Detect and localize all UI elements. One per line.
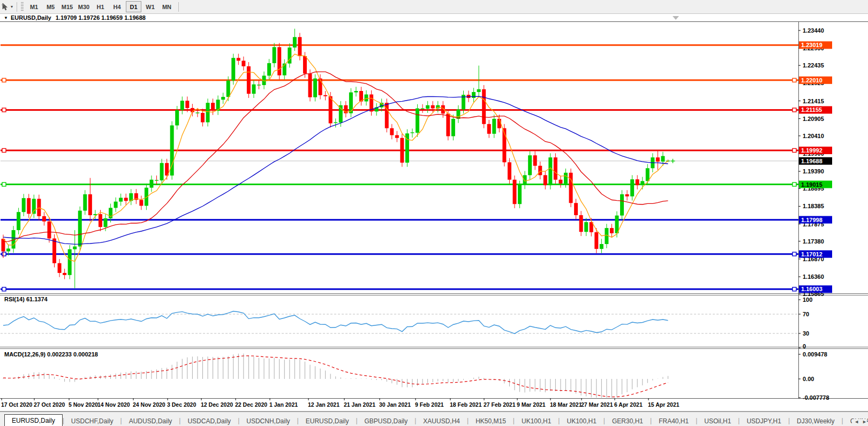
level-drag-handle[interactable] bbox=[2, 108, 6, 112]
chart-tab-uk100-h1[interactable]: UK100,H1 bbox=[515, 415, 558, 426]
price-level-badge-label: 1.23019 bbox=[801, 42, 822, 48]
level-drag-handle[interactable] bbox=[792, 287, 796, 291]
date-tick-label: 24 Nov 2020 bbox=[133, 401, 165, 408]
chart-tab-dj30-weekly[interactable]: DJ30,Weekly bbox=[790, 415, 841, 426]
price-tick-label: 1.20410 bbox=[803, 133, 824, 139]
price-level-badge-label: 1.19992 bbox=[801, 147, 822, 154]
date-tick-label: 18 Mar 2021 bbox=[550, 401, 582, 408]
date-tick-label: 12 Dec 2020 bbox=[201, 401, 233, 408]
level-drag-handle[interactable] bbox=[792, 108, 796, 112]
date-tick-label: 22 Dec 2020 bbox=[235, 401, 267, 408]
chart-tabs-bar: EURUSD,Daily|USDCHF,Daily|AUDUSD,Daily|U… bbox=[0, 412, 868, 426]
price-level-badge-label: 1.19015 bbox=[801, 181, 822, 188]
chart-tab-xauusd-h4[interactable]: XAUUSD,H4 bbox=[416, 415, 467, 426]
price-tick-label: 1.18385 bbox=[803, 203, 824, 209]
level-drag-handle[interactable] bbox=[2, 182, 6, 186]
chart-tab-fra40-h1[interactable]: FRA40,H1 bbox=[652, 415, 696, 426]
chart-tab-eurusd-daily[interactable]: EURUSD,Daily bbox=[4, 414, 63, 426]
date-tick-label: 30 Jan 2021 bbox=[379, 401, 411, 408]
level-drag-handle[interactable] bbox=[2, 252, 6, 256]
level-drag-handle[interactable] bbox=[792, 182, 796, 186]
price-tick-label: 1.17380 bbox=[803, 238, 824, 245]
chart-tab-gbpusd-daily[interactable]: GBPUSD,Daily bbox=[358, 415, 415, 426]
date-tick-label: 9 Mar 2021 bbox=[517, 401, 546, 408]
ma-line-sma20 bbox=[3, 72, 668, 241]
chart-tab-eurusd-daily[interactable]: EURUSD,Daily bbox=[299, 415, 356, 426]
ma-line-sma5 bbox=[3, 54, 668, 261]
date-tick-label: 27 Oct 2020 bbox=[34, 401, 65, 408]
price-tick-label: 1.22435 bbox=[803, 62, 824, 69]
date-tick-label: 27 Feb 2021 bbox=[484, 401, 516, 408]
price-level-badge-label: 1.22010 bbox=[801, 77, 822, 83]
macd-axis-label: -0.007778 bbox=[803, 394, 829, 401]
date-tick-label: 9 Feb 2021 bbox=[415, 401, 444, 408]
date-tick-label: 27 Mar 2021 bbox=[581, 401, 613, 408]
date-tick-label: 12 Jan 2021 bbox=[308, 401, 339, 408]
chart-tab-ger30-h1[interactable]: GER30,H1 bbox=[605, 415, 650, 426]
mt4-terminal: ▾ M1M5M15M30H1H4D1W1MN ▼ EURUSD,Daily 1.… bbox=[0, 0, 868, 426]
date-tick-label: 17 Oct 2020 bbox=[1, 401, 33, 408]
price-tick-label: 1.16360 bbox=[803, 273, 824, 280]
price-tick-label: 1.21415 bbox=[803, 98, 824, 104]
date-tick-label: 21 Jan 2021 bbox=[344, 401, 375, 408]
chart-tab-usdchf-daily[interactable]: USDCHF,Daily bbox=[64, 415, 120, 426]
date-tick-label: 3 Dec 2020 bbox=[167, 401, 196, 408]
date-tick-label: 14 Nov 2020 bbox=[97, 401, 130, 408]
chart-tab-hk50-m15[interactable]: HK50,M15 bbox=[469, 415, 513, 426]
level-drag-handle[interactable] bbox=[792, 252, 796, 256]
rsi-axis-label: 30 bbox=[803, 330, 809, 337]
price-level-badge-label: 1.16003 bbox=[801, 286, 822, 292]
level-drag-handle[interactable] bbox=[792, 78, 796, 82]
tab-scroll-controls: ◄ ► bbox=[852, 419, 867, 424]
bid-price-badge-label: 1.19688 bbox=[801, 158, 822, 164]
moving-averages bbox=[3, 54, 668, 261]
chart-tabs-list: EURUSD,Daily|USDCHF,Daily|AUDUSD,Daily|U… bbox=[0, 414, 868, 426]
date-tick-label: 15 Apr 2021 bbox=[648, 401, 680, 408]
tab-scroll-left-icon[interactable]: ◄ bbox=[854, 419, 859, 424]
rsi-axis-label: 0 bbox=[803, 343, 806, 349]
date-tick-label: 6 Apr 2021 bbox=[614, 401, 643, 408]
macd-signal-line bbox=[3, 356, 668, 397]
price-level-badge-label: 1.17998 bbox=[801, 217, 822, 223]
level-drag-handle[interactable] bbox=[2, 149, 6, 153]
price-level-badge-label: 1.17012 bbox=[801, 251, 822, 257]
level-drag-handle[interactable] bbox=[792, 149, 796, 153]
chart-tab-usoil-h1[interactable]: USOil,H1 bbox=[697, 415, 738, 426]
macd-axis-label: 0.009478 bbox=[803, 351, 827, 357]
date-axis: 17 Oct 202027 Oct 20205 Nov 202014 Nov 2… bbox=[1, 398, 680, 408]
rsi-axis-label: 100 bbox=[803, 296, 812, 303]
chart-tab-usdcnh-daily[interactable]: USDCNH,Daily bbox=[239, 415, 297, 426]
date-tick-label: 18 Feb 2021 bbox=[450, 401, 482, 408]
date-tick-label: 1 Jan 2021 bbox=[269, 401, 298, 408]
macd-axis-label: 0.00 bbox=[803, 376, 814, 382]
rsi-pane: 10070300 bbox=[1, 296, 812, 349]
macd-indicator-label: MACD(12,26,9) 0.002233 0.000218 bbox=[4, 351, 98, 357]
tab-scroll-right-icon[interactable]: ► bbox=[862, 419, 867, 424]
chart-tab-usdjpy-h1[interactable]: USDJPY,H1 bbox=[739, 415, 788, 426]
chart-plot-area[interactable]: 1.234401.229301.224351.219251.214151.209… bbox=[0, 0, 868, 426]
chart-tab-audusd-daily[interactable]: AUDUSD,Daily bbox=[122, 415, 179, 426]
level-drag-handle[interactable] bbox=[2, 287, 6, 291]
price-tick-label: 1.19390 bbox=[803, 168, 824, 174]
macd-axis: 0.0094780.00-0.007778 bbox=[798, 351, 829, 401]
rsi-line bbox=[3, 311, 668, 334]
price-level-lines: 1.230191.220101.211551.199921.190151.179… bbox=[1, 41, 832, 293]
candlestick-series bbox=[2, 29, 675, 288]
rsi-axis-label: 70 bbox=[803, 311, 809, 317]
price-tick-label: 1.20905 bbox=[803, 116, 824, 122]
level-drag-handle[interactable] bbox=[2, 78, 6, 82]
macd-pane bbox=[3, 354, 668, 400]
price-tick-label: 1.23440 bbox=[803, 27, 824, 34]
chart-tab-uk100-h1[interactable]: UK100,H1 bbox=[560, 415, 603, 426]
price-level-badge-label: 1.21155 bbox=[801, 107, 822, 113]
rsi-indicator-label: RSI(14) 61.1374 bbox=[4, 296, 48, 302]
chart-tab-usdcad-daily[interactable]: USDCAD,Daily bbox=[180, 415, 238, 426]
chart-shift-marker-icon[interactable] bbox=[673, 16, 679, 20]
date-tick-label: 5 Nov 2020 bbox=[69, 401, 98, 408]
